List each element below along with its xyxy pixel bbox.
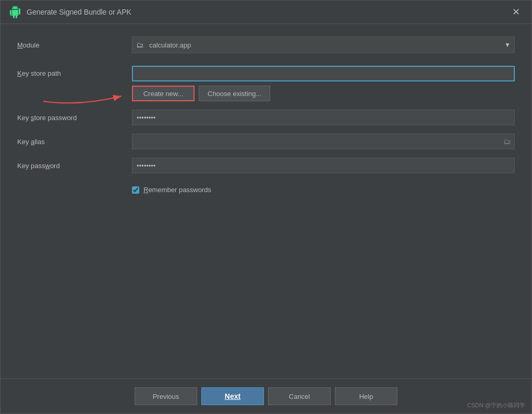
remember-passwords-label[interactable]: Remember passwords: [143, 186, 211, 194]
key-password-row: Key password: [17, 158, 515, 173]
key-store-path-label-text: Key store path: [17, 69, 61, 77]
dialog-footer: Previous Next Cancel Help: [1, 378, 531, 413]
previous-button[interactable]: Previous: [135, 387, 197, 405]
module-label-text: Module: [17, 41, 40, 49]
close-button[interactable]: ✕: [509, 6, 523, 18]
key-store-password-label-text: Key store password: [17, 114, 77, 122]
key-password-label-text: Key password: [17, 162, 60, 170]
module-select[interactable]: calculator.app: [132, 37, 515, 53]
key-store-password-input[interactable]: [132, 110, 515, 125]
key-store-path-row: Key store path: [17, 66, 515, 81]
dialog-title: Generate Signed Bundle or APK: [27, 8, 504, 16]
module-select-wrapper: 🗂 calculator.app ▼: [132, 37, 515, 53]
key-alias-browse-button[interactable]: 🗂: [500, 136, 514, 147]
help-button[interactable]: Help: [335, 387, 397, 405]
key-password-label: Key password: [17, 162, 132, 170]
watermark: CSDN @宁的小陈同学: [467, 401, 525, 409]
key-alias-wrapper: key 🗂: [132, 134, 515, 149]
key-alias-label-text: Key alias: [17, 138, 45, 146]
choose-existing-button[interactable]: Choose existing...: [199, 86, 270, 101]
key-store-password-label: Key store password: [17, 114, 132, 122]
key-store-path-label: Key store path: [17, 66, 132, 77]
remember-passwords-checkbox[interactable]: [132, 186, 139, 194]
key-store-password-row: Key store password: [17, 110, 515, 125]
dialog-content: Module 🗂 calculator.app ▼ Key store path: [1, 24, 531, 378]
key-password-input[interactable]: [132, 158, 515, 173]
module-row: Module 🗂 calculator.app ▼: [17, 37, 515, 53]
key-password-control: [132, 158, 515, 173]
next-button[interactable]: Next: [201, 387, 264, 405]
module-folder-icon: 🗂: [136, 41, 143, 49]
key-store-path-input[interactable]: [132, 66, 515, 81]
module-label: Module: [17, 41, 132, 49]
key-store-path-input-area: [132, 66, 515, 81]
title-bar: Generate Signed Bundle or APK ✕: [1, 1, 531, 24]
create-new-button-row: Create new... Choose existing...: [132, 86, 515, 101]
android-icon: [9, 6, 21, 18]
key-alias-row: Key alias key 🗂: [17, 134, 515, 149]
remember-passwords-row: Remember passwords: [132, 186, 515, 194]
key-store-password-control: [132, 110, 515, 125]
dialog: Generate Signed Bundle or APK ✕ Module 🗂…: [0, 0, 532, 414]
create-new-button[interactable]: Create new...: [132, 86, 195, 101]
key-alias-label: Key alias: [17, 138, 132, 146]
key-alias-input[interactable]: key: [132, 134, 515, 149]
cancel-button[interactable]: Cancel: [268, 387, 331, 405]
